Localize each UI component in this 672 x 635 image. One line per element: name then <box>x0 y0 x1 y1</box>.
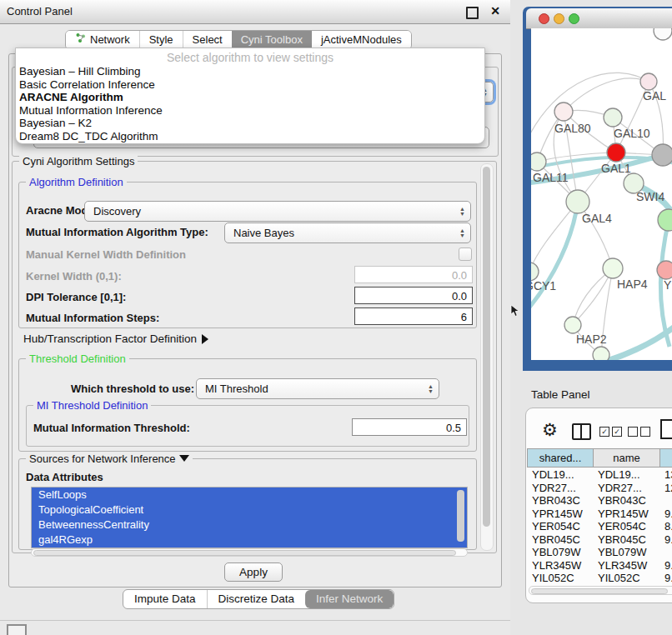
table-cell[interactable]: 12 <box>659 482 672 495</box>
dropdown-item[interactable]: Bayesian – K2 <box>16 117 484 130</box>
network-node-gal4[interactable] <box>566 190 589 213</box>
dropdown-item[interactable]: Bayesian – Hill Climbing <box>16 65 484 78</box>
settings-scrollbar-thumb[interactable] <box>483 167 490 527</box>
kernel-width-field[interactable]: 0.0 <box>354 266 473 283</box>
document-icon[interactable] <box>660 419 672 439</box>
tab-jactivemnodules[interactable]: jActiveMNodules <box>312 31 411 49</box>
network-canvas[interactable]: GALGAL80GAL10GAL1GAL11SWI4GAL4GCY1HAP4YH… <box>531 28 672 360</box>
table-hscrollbar-thumb[interactable] <box>531 588 668 594</box>
network-node-y[interactable] <box>657 261 672 279</box>
deselect-all-checks-icon[interactable] <box>628 427 650 437</box>
table-cell[interactable]: YBR043C <box>593 494 660 508</box>
attribute-item[interactable]: gal4RGexp <box>32 532 467 548</box>
network-node-gcy1[interactable] <box>531 262 539 281</box>
table-cell[interactable]: YIL052C <box>593 572 660 585</box>
sources-expander[interactable]: Sources for Network Inference <box>26 452 193 465</box>
table-cell[interactable]: 9. <box>659 533 672 547</box>
dropdown-item[interactable]: Mutual Information Inference <box>16 104 484 118</box>
dropdown-item[interactable]: Basic Correlation Inference <box>16 78 484 92</box>
table-cell[interactable]: YPR145W <box>527 508 594 521</box>
which-threshold-combo[interactable]: MI Threshold ▲▼ <box>196 378 439 399</box>
column-header-partial[interactable] <box>659 448 672 468</box>
tab-discretize-data[interactable]: Discretize Data <box>207 590 306 608</box>
table-cell[interactable]: YBR045C <box>527 533 594 547</box>
zoom-window-icon[interactable] <box>569 13 579 24</box>
table-cell[interactable]: YER054C <box>593 520 660 533</box>
list-scrollbar-thumb[interactable] <box>457 490 464 542</box>
network-node[interactable] <box>652 144 672 166</box>
minimize-window-icon[interactable] <box>554 13 564 24</box>
table-hscrollbar[interactable] <box>529 586 672 595</box>
dropdown-item[interactable]: Dream8 DC_TDC Algorithm <box>16 130 484 143</box>
hub-definition-expander[interactable]: Hub/Transcription Factor Definition <box>23 332 208 345</box>
tab-network[interactable]: Network <box>66 31 139 49</box>
minimized-panel-icon[interactable] <box>7 624 27 635</box>
table-cell[interactable]: YLR345W <box>593 559 660 572</box>
table-cell[interactable]: YDL19... <box>593 468 660 482</box>
network-node-gal80[interactable] <box>554 102 573 121</box>
table-cell[interactable] <box>659 494 672 508</box>
mi-type-combo[interactable]: Naive Bayes ▲▼ <box>224 222 471 243</box>
table-cell[interactable]: YBR043C <box>527 494 594 508</box>
attribute-item[interactable]: TopologicalCoefficient <box>32 502 467 518</box>
dropdown-item-selected[interactable]: ARACNE Algorithm <box>16 91 484 104</box>
table-cell[interactable]: YBL079W <box>527 546 594 559</box>
table-cell[interactable]: YIL052C <box>527 572 594 585</box>
network-node[interactable] <box>658 209 672 231</box>
network-node-hap2[interactable] <box>564 317 581 333</box>
float-panel-icon[interactable] <box>466 7 479 19</box>
table-cell[interactable]: YBL079W <box>593 546 660 559</box>
select-all-checks-icon[interactable]: ✓✓ <box>599 427 622 437</box>
list-hscrollbar-thumb[interactable] <box>33 550 456 556</box>
column-header-name[interactable]: name <box>593 448 660 468</box>
table-cell[interactable]: 13 <box>659 468 672 482</box>
table-cell[interactable]: YER054C <box>527 520 594 533</box>
table-cell[interactable]: YLR345W <box>527 559 594 572</box>
close-panel-icon[interactable]: ✕ <box>490 4 500 18</box>
table-panel-title: Table Panel <box>531 388 590 401</box>
attribute-item[interactable]: SelfLoops <box>32 488 467 502</box>
table-cell[interactable]: YDL19... <box>527 468 594 482</box>
network-node-gal11[interactable] <box>531 152 546 171</box>
network-node[interactable] <box>593 347 609 360</box>
tab-select[interactable]: Select <box>183 31 232 49</box>
attribute-item[interactable]: BetweennessCentrality <box>32 518 467 532</box>
network-window[interactable]: GALGAL80GAL10GAL1GAL11SWI4GAL4GCY1HAP4YH… <box>523 7 672 371</box>
network-node[interactable] <box>654 28 672 40</box>
mi-steps-field[interactable]: 6 <box>354 308 473 325</box>
apply-button[interactable]: Apply <box>224 562 283 582</box>
tab-infer-network[interactable]: Infer Network <box>305 590 394 608</box>
table-cell[interactable]: 9. <box>659 508 672 521</box>
table-cell[interactable]: YDR27... <box>593 482 660 495</box>
aracne-mode-combo[interactable]: Discovery ▲▼ <box>84 201 471 222</box>
network-edge[interactable] <box>564 78 649 112</box>
tab-cyni-toolbox[interactable]: Cyni Toolbox <box>232 31 312 49</box>
network-edge[interactable] <box>531 202 578 313</box>
table-cell[interactable]: YBR045C <box>593 533 660 547</box>
table-cell[interactable]: YPR145W <box>593 508 660 521</box>
dropdown-header: Select algorithm to view settings <box>16 48 484 65</box>
table-cell[interactable]: 9. <box>659 559 672 572</box>
mi-threshold-field[interactable]: 0.5 <box>352 418 467 436</box>
manual-kernel-checkbox[interactable] <box>459 248 472 261</box>
algorithm-dropdown: Select algorithm to view settings Bayesi… <box>15 48 485 144</box>
dpi-tolerance-field[interactable]: 0.0 <box>354 287 473 304</box>
threshold-definition-group: Threshold Definition Which threshold to … <box>18 358 477 452</box>
network-node-gal10[interactable] <box>604 108 622 127</box>
tab-style[interactable]: Style <box>139 31 183 49</box>
table-cell[interactable]: YDR27... <box>527 482 594 495</box>
tab-impute-data[interactable]: Impute Data <box>123 590 207 608</box>
table-cell[interactable]: 9. <box>659 572 672 585</box>
gear-icon[interactable]: ⚙ <box>542 420 558 440</box>
network-window-titlebar[interactable] <box>526 8 672 29</box>
close-window-icon[interactable] <box>539 13 549 24</box>
table-cell[interactable] <box>659 546 672 559</box>
list-hscrollbar[interactable] <box>31 548 468 557</box>
network-node-gal[interactable] <box>640 73 657 90</box>
tab-label: Cyni Toolbox <box>241 31 303 49</box>
table-cell[interactable]: 8. <box>659 520 672 533</box>
network-node-gal1[interactable] <box>607 143 625 162</box>
network-node-hap4[interactable] <box>603 258 623 278</box>
column-layout-icon[interactable] <box>572 423 591 440</box>
column-header-shared[interactable]: shared... <box>527 448 594 468</box>
